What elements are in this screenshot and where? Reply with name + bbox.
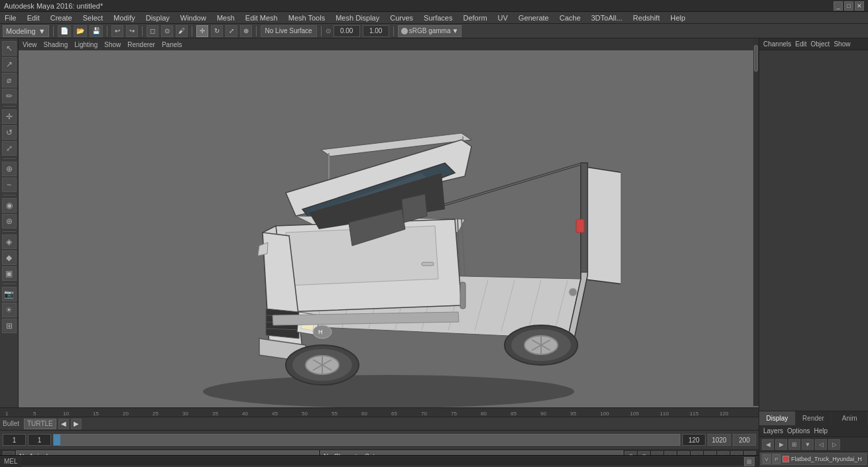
new-scene-btn[interactable]: 📄 xyxy=(58,25,71,37)
select-tool-btn[interactable]: ◻ xyxy=(147,25,158,37)
show-hide-btn[interactable]: ◈ xyxy=(2,234,17,249)
layers-menu-help[interactable]: Help xyxy=(814,427,828,435)
menu-modify[interactable]: Modify xyxy=(111,14,137,22)
menu-create[interactable]: Create xyxy=(48,14,74,22)
layer-scroll-left[interactable]: ◁ xyxy=(815,439,827,450)
no-live-surface-btn[interactable]: No Live Surface xyxy=(261,25,317,37)
soft-mod-btn[interactable]: ~ xyxy=(2,178,17,192)
snap-value-2[interactable] xyxy=(363,25,389,37)
undo-btn[interactable]: ↩ xyxy=(111,25,123,37)
viewport-menu-renderer[interactable]: Renderer xyxy=(127,41,155,48)
mel-expand-btn[interactable]: ⊞ xyxy=(744,457,755,466)
menu-mesh-tools[interactable]: Mesh Tools xyxy=(286,14,327,22)
menu-mesh-display[interactable]: Mesh Display xyxy=(334,14,381,22)
viewport-menu-panels[interactable]: Panels xyxy=(162,41,182,48)
layer-prev-btn[interactable]: ◀ xyxy=(762,439,774,450)
layer-pickable-btn[interactable]: P xyxy=(773,454,780,464)
menu-3dtoall[interactable]: 3DToAll... xyxy=(589,14,625,22)
maximize-button[interactable]: □ xyxy=(844,1,853,11)
light-btn[interactable]: ☀ xyxy=(2,303,17,317)
gamma-dropdown[interactable]: sRGB gamma ▼ xyxy=(398,25,462,37)
layers-menu-layers[interactable]: Layers xyxy=(763,427,783,435)
render-btn[interactable]: ▣ xyxy=(2,266,17,281)
layers-toolbar: ◀ ▶ ⊞ ▼ ◁ ▷ xyxy=(759,437,868,452)
mel-input[interactable] xyxy=(22,457,744,466)
tab-render[interactable]: Render xyxy=(796,411,832,425)
vscroll-thumb[interactable] xyxy=(754,45,758,72)
ch-header-channels[interactable]: Channels xyxy=(763,40,791,48)
select-arrow-btn[interactable]: ↖ xyxy=(2,41,17,56)
layer-visibility-btn[interactable]: V xyxy=(763,454,771,464)
universal-manip-btn[interactable]: ⊕ xyxy=(2,162,17,176)
paint-btn[interactable]: ↗ xyxy=(2,57,17,72)
move-tool-btn[interactable]: ✛ xyxy=(196,25,208,37)
menu-uv[interactable]: UV xyxy=(496,14,510,22)
current-frame-field[interactable] xyxy=(3,434,26,446)
menu-cache[interactable]: Cache xyxy=(558,14,583,22)
icon-sep-1 xyxy=(3,106,16,107)
modeling-mode-dropdown[interactable]: Modeling ▼ xyxy=(3,25,49,37)
playback-max-field[interactable] xyxy=(708,434,731,446)
layer-scroll-right[interactable]: ▷ xyxy=(828,439,840,450)
ch-header-edit[interactable]: Edit xyxy=(795,40,806,48)
viewport-menu-view[interactable]: View xyxy=(23,41,37,48)
start-frame-field[interactable] xyxy=(28,434,51,446)
tab-display[interactable]: Display xyxy=(759,411,796,425)
playback-solver-name: Bullet xyxy=(3,420,19,427)
snap-btn[interactable]: ◆ xyxy=(2,250,17,265)
menu-window[interactable]: Window xyxy=(178,14,208,22)
gamma-icon xyxy=(401,28,408,34)
menu-generate[interactable]: Generate xyxy=(517,14,551,22)
ch-header-object[interactable]: Object xyxy=(811,40,830,48)
close-button[interactable]: ✕ xyxy=(855,1,864,11)
lasso-btn[interactable]: ⌀ xyxy=(2,73,17,87)
camera-btn[interactable]: 📷 xyxy=(2,287,17,301)
tab-anim[interactable]: Anim xyxy=(832,411,868,425)
menu-help[interactable]: Help xyxy=(668,14,688,22)
menu-redshift[interactable]: Redshift xyxy=(631,14,662,22)
viewport[interactable]: View Shading Lighting Show Renderer Pane… xyxy=(19,38,759,467)
misc-btn[interactable]: ⊞ xyxy=(2,319,17,333)
menu-edit[interactable]: Edit xyxy=(25,14,42,22)
playback-end-field[interactable] xyxy=(733,434,756,446)
layer-next-btn[interactable]: ▶ xyxy=(775,439,787,450)
ch-header-show[interactable]: Show xyxy=(834,40,850,48)
sculpt-btn[interactable]: ◉ xyxy=(2,198,17,213)
show-manip-btn[interactable]: ⊕ xyxy=(240,25,252,37)
playback-next-arrow[interactable]: ▶ xyxy=(71,419,82,429)
snap-value-1[interactable] xyxy=(334,25,360,37)
menu-surfaces[interactable]: Surfaces xyxy=(422,14,454,22)
paint-select-btn[interactable]: 🖌 xyxy=(176,25,188,37)
left-toolbar: ↖ ↗ ⌀ ✏ ✛ ↺ ⤢ ⊕ ~ ◉ ⊛ ◈ ◆ ▣ 📷 ☀ ⊞ xyxy=(0,38,19,426)
viewport-menu-lighting[interactable]: Lighting xyxy=(74,41,97,48)
scale-tool-btn[interactable]: ⤢ xyxy=(225,25,237,37)
layer-add-btn[interactable]: ⊞ xyxy=(788,439,800,450)
end-frame-field[interactable] xyxy=(682,434,706,446)
menu-mesh[interactable]: Mesh xyxy=(215,14,237,22)
paint-weights-btn[interactable]: ⊛ xyxy=(2,214,17,229)
layers-menu-options[interactable]: Options xyxy=(787,427,810,435)
viewport-menu-shading[interactable]: Shading xyxy=(44,41,68,48)
layer-row-truck[interactable]: V P Flatbed_Truck_Hyundai_H xyxy=(761,453,867,465)
menu-display[interactable]: Display xyxy=(144,14,172,22)
menu-curves[interactable]: Curves xyxy=(388,14,415,22)
rotate-tool-btn[interactable]: ↻ xyxy=(211,25,223,37)
lasso-tool-btn[interactable]: ⊙ xyxy=(161,25,173,37)
rotate-btn[interactable]: ↺ xyxy=(2,125,17,140)
open-btn[interactable]: 📂 xyxy=(74,25,87,37)
pencil-btn[interactable]: ✏ xyxy=(2,89,17,103)
scale-btn[interactable]: ⤢ xyxy=(2,141,17,156)
right-vscroll[interactable] xyxy=(753,38,759,406)
move-btn[interactable]: ✛ xyxy=(2,109,17,124)
minimize-button[interactable]: _ xyxy=(834,1,843,11)
save-btn[interactable]: 💾 xyxy=(90,25,103,37)
redo-btn[interactable]: ↪ xyxy=(126,25,138,37)
layer-options-btn[interactable]: ▼ xyxy=(802,439,814,450)
timeline-track[interactable] xyxy=(53,434,680,446)
viewport-menu-show[interactable]: Show xyxy=(104,41,121,48)
menu-edit-mesh[interactable]: Edit Mesh xyxy=(243,14,280,22)
menu-select[interactable]: Select xyxy=(81,14,105,22)
menu-deform[interactable]: Deform xyxy=(461,14,489,22)
menu-file[interactable]: File xyxy=(3,14,19,22)
playback-prev-arrow[interactable]: ◀ xyxy=(58,419,69,429)
